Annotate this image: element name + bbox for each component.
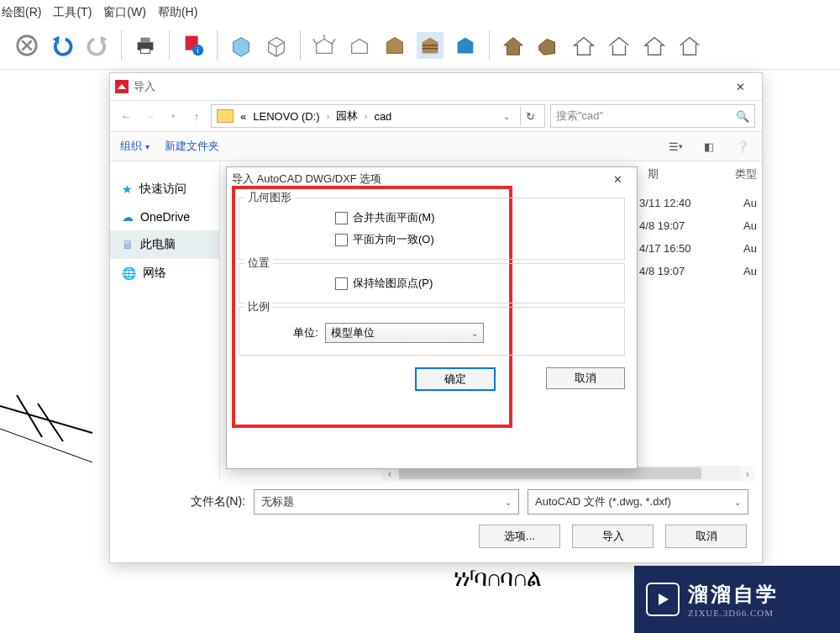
cancel-icon[interactable]	[13, 32, 40, 59]
organize-menu[interactable]: 组织 ▾	[120, 139, 150, 154]
breadcrumb[interactable]: « LENOVO (D:) › 园林 › cad ⌄ ↻	[211, 104, 545, 128]
striped-box-icon[interactable]	[417, 32, 444, 59]
open-box-icon[interactable]	[311, 32, 338, 59]
menu-bar: 绘图(R) 工具(T) 窗口(W) 帮助(H)	[0, 0, 840, 25]
import-navbar: ← → ▾ ↑ « LENOVO (D:) › 园林 › cad ⌄ ↻ 搜索"…	[110, 100, 762, 132]
menu-item-help[interactable]: 帮助(H)	[158, 5, 197, 20]
scroll-thumb[interactable]	[399, 467, 701, 479]
checkbox-icon	[335, 277, 348, 290]
network-icon: 🌐	[122, 266, 136, 280]
svg-text:i: i	[197, 46, 199, 55]
folder-icon	[217, 109, 234, 123]
import-footer: 文件名(N): 无标题⌄ AutoCAD 文件 (*.dwg, *.dxf)⌄ …	[110, 481, 762, 548]
svg-line-10	[17, 395, 42, 437]
filetype-select[interactable]: AutoCAD 文件 (*.dwg, *.dxf)⌄	[528, 489, 748, 514]
house-outline-icon[interactable]	[570, 32, 597, 59]
import-button[interactable]: 导入	[572, 525, 654, 548]
menu-item-draw[interactable]: 绘图(R)	[2, 5, 41, 20]
search-icon: 🔍	[736, 110, 749, 123]
chevron-right-icon: ›	[327, 112, 329, 121]
wire-box-icon[interactable]	[263, 32, 290, 59]
solid-box2-icon[interactable]	[381, 32, 408, 59]
sidebar-item-network[interactable]: 🌐网络	[110, 259, 219, 287]
star-icon: ★	[122, 182, 133, 196]
menu-item-window[interactable]: 窗口(W)	[103, 5, 146, 20]
unit-label: 单位:	[293, 325, 318, 340]
house-outline4-icon[interactable]	[676, 32, 703, 59]
sidebar-item-thispc[interactable]: 🖥此电脑	[110, 230, 219, 259]
house-outline2-icon[interactable]	[606, 32, 633, 59]
chevron-down-icon[interactable]: ⌄	[734, 498, 741, 507]
options-titlebar: 导入 AutoCAD DWG/DXF 选项 ✕	[227, 167, 637, 191]
sidebar-item-onedrive[interactable]: ☁OneDrive	[110, 203, 219, 230]
checkbox-icon	[335, 234, 348, 246]
blue-box-icon[interactable]	[452, 32, 479, 59]
nav-forward-button: →	[140, 107, 159, 125]
menu-item-tools[interactable]: 工具(T)	[53, 5, 92, 20]
svg-line-9	[0, 404, 92, 433]
checkbox-icon	[335, 212, 348, 224]
crumb-prefix: «	[240, 110, 246, 123]
canvas-scribble: ነነ⸢ባ∩ባ∩ል	[454, 565, 539, 593]
house-solid-icon[interactable]	[500, 32, 527, 59]
print-icon[interactable]	[132, 32, 159, 59]
scroll-right-button[interactable]: ›	[740, 466, 755, 481]
options-cancel-button[interactable]: 取消	[546, 367, 625, 389]
chevron-right-icon: ›	[365, 112, 367, 121]
unit-select[interactable]: 模型单位⌄	[325, 323, 484, 343]
checkbox-preserve-origin[interactable]: 保持绘图原点(P)	[335, 276, 616, 291]
chevron-down-icon[interactable]: ⌄	[505, 498, 512, 507]
file-rows: 3/11 12:40Au 4/8 19:07Au 4/17 16:50Au 4/…	[639, 192, 757, 282]
file-row[interactable]: 4/17 16:50Au	[639, 237, 757, 260]
crumb-drive[interactable]: LENOVO (D:)	[253, 110, 319, 123]
svg-line-12	[0, 429, 92, 462]
group-scale: 比例 单位: 模型单位⌄	[239, 307, 625, 356]
preview-pane-button[interactable]: ◧	[700, 137, 718, 156]
crumb-dropdown-icon[interactable]: ⌄	[503, 112, 510, 121]
checkbox-merge-coplanar[interactable]: 合并共面平面(M)	[335, 210, 616, 225]
svg-line-11	[38, 404, 63, 441]
model-info-icon[interactable]: i	[180, 32, 207, 59]
column-type[interactable]: 类型	[735, 167, 757, 180]
filename-label: 文件名(N):	[123, 494, 245, 509]
nav-recent-dropdown[interactable]: ▾	[164, 107, 182, 125]
refresh-button[interactable]: ↻	[520, 107, 539, 125]
nav-up-button[interactable]: ↑	[187, 107, 206, 125]
cancel-button[interactable]: 取消	[665, 525, 747, 548]
open-box2-icon[interactable]	[346, 32, 373, 59]
import-titlebar: 导入 ✕	[110, 73, 762, 100]
watermark: 溜溜自学 ZIXUE.3D66.COM	[634, 566, 840, 633]
file-row[interactable]: 3/11 12:40Au	[639, 192, 757, 214]
house-3d-icon[interactable]	[535, 32, 562, 59]
nav-back-button[interactable]: ←	[117, 107, 135, 125]
group-scale-legend: 比例	[244, 299, 273, 314]
house-outline3-icon[interactable]	[641, 32, 668, 59]
view-mode-button[interactable]: ☰ ▾	[666, 137, 685, 156]
file-row[interactable]: 4/8 19:07Au	[639, 260, 757, 282]
import-close-button[interactable]: ✕	[723, 76, 757, 97]
new-folder-button[interactable]: 新建文件夹	[165, 139, 219, 154]
help-icon[interactable]: ❔	[733, 137, 752, 156]
crumb-folder1[interactable]: 园林	[336, 108, 358, 124]
redo-icon[interactable]	[84, 32, 111, 59]
group-geometry: 几何图形 合并共面平面(M) 平面方向一致(O)	[239, 198, 625, 260]
watermark-sub: ZIXUE.3D66.COM	[688, 608, 779, 618]
filename-input[interactable]: 无标题⌄	[254, 489, 519, 514]
import-sidebar: ★快速访问 ☁OneDrive 🖥此电脑 🌐网络	[110, 161, 220, 481]
crumb-folder2[interactable]: cad	[374, 110, 391, 123]
solid-box-icon[interactable]	[228, 32, 255, 59]
checkbox-orient-faces[interactable]: 平面方向一致(O)	[335, 232, 616, 247]
options-button[interactable]: 选项...	[479, 525, 560, 548]
group-position: 位置 保持绘图原点(P)	[239, 263, 625, 303]
column-headers: 期 类型	[648, 166, 757, 182]
search-input[interactable]: 搜索"cad" 🔍	[550, 104, 755, 128]
import-title: 导入	[134, 79, 155, 94]
sidebar-item-quickaccess[interactable]: ★快速访问	[110, 175, 219, 203]
onedrive-icon: ☁	[122, 210, 134, 224]
options-ok-button[interactable]: 确定	[415, 367, 496, 391]
options-close-button[interactable]: ✕	[603, 170, 632, 188]
column-date[interactable]: 期	[648, 166, 732, 182]
undo-icon[interactable]	[49, 32, 76, 59]
search-placeholder-text: 搜索"cad"	[556, 108, 603, 124]
file-row[interactable]: 4/8 19:07Au	[639, 214, 757, 237]
